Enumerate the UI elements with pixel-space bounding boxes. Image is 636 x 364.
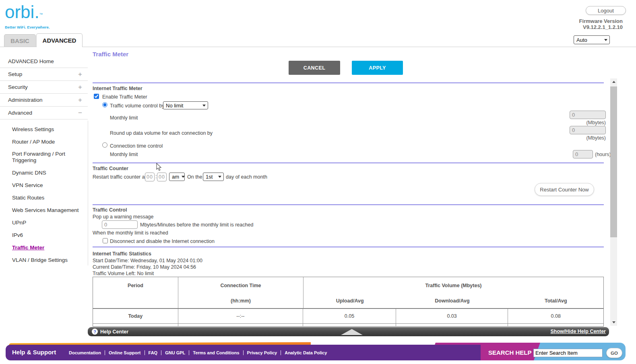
scrollbar-thumb[interactable] (610, 86, 617, 237)
day-select[interactable]: 1st (203, 173, 224, 181)
column-header-download: Download/Avg (396, 298, 508, 304)
day-of-month-label: day of each month (226, 174, 267, 180)
restart-minute-input[interactable] (157, 173, 167, 181)
restart-counter-now-button[interactable]: Restart Counter Now (535, 183, 594, 196)
cell-download: 0.03 (396, 309, 508, 323)
column-subheaders: Upload/Avg Download/Avg Total/Avg (304, 298, 603, 304)
scrollbar-up-arrow[interactable] (610, 78, 617, 85)
sidebar-item-port-forwarding[interactable]: Port Forwarding / Port Triggering (0, 148, 76, 167)
link-gnu-gpl[interactable]: GNU GPL (161, 350, 189, 355)
logo-tagline: Better WiFi. Everywhere. (5, 25, 50, 29)
page-title: Traffic Meter (93, 51, 128, 58)
sidebar-item-static-routes[interactable]: Static Routes (0, 191, 88, 204)
firmware-version-value: V9.12.2.1_1.2.10 (579, 24, 623, 30)
link-documentation[interactable]: Documentation (65, 350, 105, 355)
link-privacy-policy[interactable]: Privacy Policy (243, 350, 281, 355)
cell-empty (396, 324, 508, 327)
sidebar-nav: ADVANCED Home Setup+ Security+ Administr… (0, 47, 88, 119)
sidebar-item-administration[interactable]: Administration+ (0, 94, 88, 107)
sidebar-item-label: Advanced (8, 110, 32, 116)
time-separator: : (155, 174, 157, 179)
disconnect-label: Disconnect and disable the Internet conn… (110, 239, 215, 244)
sidebar-item-advanced[interactable]: Advanced− (0, 107, 88, 119)
chevron-down-icon (202, 105, 206, 107)
round-up-input[interactable] (570, 126, 606, 134)
sidebar-item-router-ap-mode[interactable]: Router / AP Mode (0, 136, 88, 148)
monthly-limit-label: Monthly limit (110, 115, 138, 121)
help-support-title: Help & Support (12, 349, 56, 356)
restart-counter-label: Restart traffic counter at (93, 174, 146, 180)
warning-threshold-input[interactable] (102, 220, 138, 229)
scrollbar-down-arrow[interactable] (610, 319, 617, 326)
cell-empty (508, 324, 603, 327)
volume-control-select[interactable]: No limit (163, 101, 208, 109)
disconnect-checkbox[interactable] (103, 238, 108, 243)
restart-hour-input[interactable] (145, 173, 155, 181)
column-header-connection-time: Connection Time (hh:mm) (178, 277, 304, 308)
round-up-label: Round up data volume for each connection… (110, 130, 213, 136)
go-button[interactable]: GO (606, 348, 622, 358)
help-center-label: Help Center (100, 329, 128, 335)
link-analytic-data-policy[interactable]: Analytic Data Policy (281, 350, 330, 355)
sidebar-item-ipv6[interactable]: IPv6 (0, 229, 88, 241)
trademark-icon: ™ (39, 12, 43, 16)
sidebar-item-vpn-service[interactable]: VPN Service (0, 179, 88, 191)
time-monthly-limit-input[interactable] (573, 150, 593, 158)
apply-button[interactable]: APPLY (352, 61, 403, 75)
language-select-value: Auto (576, 37, 587, 43)
ampm-select-value: am (172, 174, 179, 180)
section-heading-traffic-counter: Traffic Counter (93, 166, 128, 171)
section-divider (93, 82, 604, 83)
logout-button[interactable]: Logout (586, 6, 626, 15)
show-hide-help-center-link[interactable]: Show/Hide Help Center (550, 329, 606, 334)
cell-period: Today (93, 309, 178, 323)
enable-traffic-meter-checkbox[interactable] (94, 94, 99, 99)
ampm-select[interactable]: am (169, 173, 185, 181)
sidebar-divider (88, 121, 88, 265)
sidebar-item-traffic-meter[interactable]: Traffic Meter (0, 241, 88, 254)
sidebar-item-web-services-management[interactable]: Web Services Management (0, 204, 88, 216)
chevron-down-icon (218, 176, 221, 178)
sidebar-item-wireless-settings[interactable]: Wireless Settings (0, 123, 88, 136)
enable-traffic-meter-label: Enable Traffic Meter (102, 94, 147, 100)
cell-total: 0.08 (508, 309, 603, 323)
triangle-down-icon (612, 321, 615, 323)
traffic-volume-control-radio[interactable] (102, 102, 107, 107)
volume-control-select-value: No limit (166, 103, 183, 109)
router-admin-page: orbi.™ Better WiFi. Everywhere. Logout F… (0, 0, 636, 364)
sidebar-item-vlan-bridge-settings[interactable]: VLAN / Bridge Settings (0, 254, 88, 266)
cell-empty (303, 324, 396, 327)
section-divider (93, 204, 604, 205)
cell-upload: 0.05 (303, 309, 396, 323)
cancel-button[interactable]: CANCEL (289, 61, 340, 75)
scrollbar[interactable] (610, 78, 617, 326)
connection-time-control-label: Connection time control (110, 143, 163, 149)
search-help-input[interactable] (533, 349, 603, 357)
sidebar-item-label: Security (8, 84, 28, 90)
connection-time-control-radio[interactable] (102, 142, 107, 148)
sidebar-item-label: ADVANCED Home (8, 58, 54, 64)
stats-volume-left: Traffic Volume Left: No limit (93, 271, 154, 276)
link-online-support[interactable]: Online Support (105, 350, 144, 355)
traffic-volume-control-label: Traffic volume control by (110, 103, 164, 109)
firmware-version: Firmware Version V9.12.2.1_1.2.10 (579, 18, 623, 30)
footer-links: DocumentationOnline SupportFAQGNU GPLTer… (65, 350, 330, 355)
plus-icon: + (78, 81, 82, 94)
tab-advanced[interactable]: ADVANCED (36, 33, 83, 47)
mouse-cursor (156, 163, 162, 171)
link-terms-and-conditions[interactable]: Terms and Conditions (189, 350, 243, 355)
link-faq[interactable]: FAQ (145, 350, 161, 355)
column-header-total: Total/Avg (508, 298, 603, 304)
help-panel-handle-icon[interactable] (341, 329, 363, 335)
sidebar-item-security[interactable]: Security+ (0, 81, 88, 94)
language-select[interactable]: Auto (574, 35, 610, 44)
chevron-down-icon (182, 176, 185, 178)
section-heading-statistics: Internet Traffic Statistics (93, 251, 151, 257)
sidebar-item-setup[interactable]: Setup+ (0, 68, 88, 81)
sidebar-item-dynamic-dns[interactable]: Dynamic DNS (0, 167, 88, 179)
monthly-limit-input[interactable] (570, 111, 606, 119)
cell-empty (178, 324, 304, 327)
sidebar-item-advanced-home[interactable]: ADVANCED Home (0, 55, 88, 68)
tab-basic[interactable]: BASIC (4, 34, 36, 47)
sidebar-item-upnp[interactable]: UPnP (0, 216, 88, 229)
